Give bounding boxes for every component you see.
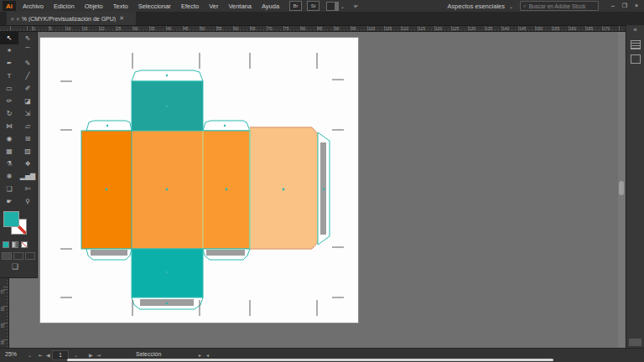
tool-rectangle[interactable]: ▭ [0,82,18,95]
horizontal-scrollbar[interactable] [67,359,553,361]
ruler-tick-label: 110 [402,26,408,31]
chevron-down-icon[interactable]: ⌄ [340,3,345,9]
status-label: Selección [136,351,161,357]
ruler-tick-label: 65 [251,26,256,31]
stock-icon[interactable]: St [307,1,319,11]
tool-type[interactable]: T [0,70,18,82]
menu-objeto[interactable]: Objeto [80,3,108,10]
ruler-tick-label: 75 [284,26,289,31]
tool-width[interactable]: ⋈ [0,120,18,132]
ruler-tick-label: 140 [502,26,509,31]
tool-eraser[interactable]: ◪ [18,95,37,107]
color-button[interactable] [3,241,9,248]
gradient-button[interactable] [12,241,18,248]
top-flap-left[interactable] [86,121,132,131]
close-button[interactable]: × [631,3,642,9]
vertical-scrollbar-thumb[interactable] [619,181,624,195]
tool-shape-builder[interactable]: ◉ [0,132,18,145]
tool-rotate[interactable]: ↻ [0,107,18,120]
status-back-icon[interactable]: ◂ [206,352,209,358]
ruler-tick-label: 120 [435,26,442,31]
tool-pencil[interactable]: ✏ [0,95,18,107]
stock-search-input[interactable]: ⌕ Buscar en Adobe Stock [520,1,599,11]
tool-artboard[interactable]: ❏ [0,183,18,195]
menu-ventana[interactable]: Ventana [223,3,257,10]
top-flap-right[interactable] [203,121,250,131]
ruler-tick-label: 165 [586,26,593,31]
tool-symbol-sprayer[interactable]: ❋ [0,170,18,183]
ruler-tick-label: 70 [267,26,273,31]
tool-free-transform[interactable]: ▱ [18,120,37,132]
bottom-flap-left-strip [91,250,127,256]
tool-gradient[interactable]: ▨ [18,145,37,158]
menu-ver[interactable]: Ver [204,3,223,10]
tool-line-segment[interactable]: ╱ [18,70,37,82]
tool-magic-wand[interactable]: ✶ [0,44,18,57]
ruler-tick-label: 130 [469,26,475,31]
tool-slice[interactable]: ✄ [18,183,37,195]
tool-pen[interactable]: ✒ [0,57,18,70]
ruler-tick-label: 85 [0,323,5,328]
first-artboard-icon[interactable]: ⇤ [39,352,43,358]
tool-zoom[interactable]: ⚲ [18,195,37,208]
tool-direct-selection[interactable]: ⇖ [18,32,37,44]
illustrator-window: Ai ArchivoEdiciónObjetoTextoSeleccionarE… [0,0,644,362]
document-tab[interactable]: ✳ ✕ % (CMYK/Previsualización de GPU) ✕ [7,12,136,25]
bottom-flap-right-strip [206,250,245,256]
artboard-chevron-icon[interactable]: ⌄ [74,352,78,358]
minimize-button[interactable]: – [607,3,619,9]
search-icon: ⌕ [523,3,527,9]
bridge-icon[interactable]: Br [289,1,302,11]
draw-behind-button[interactable] [13,252,23,260]
libraries-panel-icon[interactable] [631,54,641,64]
menu-edición[interactable]: Edición [49,3,80,10]
ruler-tick-label: 35 [150,26,155,31]
tool-lasso[interactable]: ⌒ [18,44,37,57]
share-icon[interactable]: ➣ [352,2,360,11]
menu-efecto[interactable]: Efecto [176,3,204,10]
tool-selection[interactable]: ↖ [0,32,18,44]
tool-column-graph[interactable]: ▂▅▇ [18,170,37,183]
tool-blend[interactable]: ❖ [18,158,37,170]
properties-panel-icon[interactable] [631,40,641,49]
expand-panels-icon[interactable]: « [626,25,644,35]
ruler-tick-label: 125 [452,26,459,31]
tools-panel: ↖⇖✶⌒✒✎T╱▭✐✏◪↻⇲⋈▱◉⊞▦▨⚗❖❋▂▅▇❏✄☛⚲ ❏ [0,32,38,278]
tool-hand[interactable]: ☛ [0,195,18,208]
tool-perspective-grid[interactable]: ⊞ [18,132,37,145]
next-artboard-icon[interactable]: ▶ [89,352,93,358]
ruler-tick-label: 90 [0,339,5,344]
ruler-tick-label: 100 [368,26,375,31]
canvas[interactable]: 75808590 [0,32,626,348]
tool-mesh[interactable]: ▦ [0,145,18,158]
artboard-number-field[interactable]: 1 [52,350,69,360]
zoom-chevron-icon[interactable]: ⌄ [28,352,32,358]
workspace-switcher[interactable]: Aspectos esenciales ⌄ [448,3,513,10]
ruler-tick-label: 0 [33,26,35,31]
fill-color-swatch[interactable] [3,211,19,227]
tool-curvature[interactable]: ✎ [18,57,37,70]
tool-scale[interactable]: ⇲ [18,107,37,120]
restore-button[interactable]: ❐ [619,3,631,9]
tool-paintbrush[interactable]: ✐ [18,82,37,95]
none-button[interactable] [21,241,28,248]
ruler-tick-label: 15 [83,26,88,31]
draw-normal-button[interactable] [2,252,12,260]
menu-texto[interactable]: Texto [108,3,133,10]
menu-seleccionar[interactable]: Seleccionar [133,3,176,10]
menu-ayuda[interactable]: Ayuda [257,3,284,10]
draw-inside-button[interactable] [25,252,35,260]
vertical-scrollbar[interactable] [618,32,625,348]
box-side-panel-4[interactable] [250,127,318,249]
status-forward-icon[interactable]: ▸ [199,352,201,358]
tool-eyedropper[interactable]: ⚗ [0,158,18,170]
ruler-tick-label: 160 [569,26,576,31]
color-controls: ❏ [0,208,37,275]
previous-artboard-icon[interactable]: ◀ [46,352,50,358]
screen-mode-button[interactable]: ❏ [12,262,18,271]
zoom-level[interactable]: 25% [5,351,17,357]
tab-close-icon[interactable]: ✕ [119,15,124,22]
last-artboard-icon[interactable]: ⇥ [96,352,101,358]
menu-archivo[interactable]: Archivo [18,3,49,10]
arrange-documents-icon[interactable] [326,2,339,11]
